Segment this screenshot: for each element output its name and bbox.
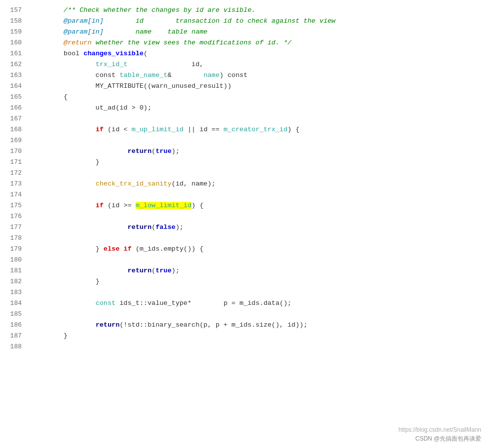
line-content: trx_id_t id, [30, 59, 496, 70]
line-content: return(!std::binary_search(p, p + m_ids.… [30, 320, 496, 331]
line-number: 172 [0, 168, 30, 179]
line-number: 169 [0, 135, 30, 146]
token: const [32, 72, 119, 79]
line-number: 183 [0, 287, 30, 298]
token: if [96, 126, 104, 133]
code-line: 178 [0, 233, 496, 244]
line-number: 181 [0, 265, 30, 276]
code-line: 183 [0, 287, 496, 298]
code-line: 167 [0, 113, 496, 124]
code-line: 182 } [0, 276, 496, 287]
token [32, 61, 96, 68]
code-line: 165 { [0, 92, 496, 103]
line-number: 176 [0, 211, 30, 222]
line-content: @return whether the view sees the modifi… [30, 37, 496, 48]
line-number: 182 [0, 276, 30, 287]
line-content: /** Check whether the changes by id are … [30, 5, 496, 16]
code-line: 163 const table_name_t& name) const [0, 70, 496, 81]
token: bool [32, 50, 83, 57]
token: name table name [104, 28, 208, 36]
line-content [30, 211, 496, 222]
code-container: 157 /** Check whether the changes by id … [0, 0, 496, 448]
token: [in] [87, 17, 103, 25]
watermark: https://blog.csdn.net/SnailMann [399, 426, 481, 433]
token: table_name_t [119, 72, 167, 79]
line-number: 173 [0, 179, 30, 189]
code-line: 174 [0, 189, 496, 200]
token [32, 39, 64, 46]
token: id, [127, 61, 203, 68]
code-line: 181 return(true); [0, 265, 496, 276]
line-number: 157 [0, 5, 30, 16]
line-content [30, 189, 496, 200]
line-number: 170 [0, 146, 30, 157]
line-number: 160 [0, 37, 30, 48]
token [32, 224, 127, 231]
line-content: bool changes_visible( [30, 48, 496, 59]
line-content [30, 233, 496, 244]
line-number: 159 [0, 27, 30, 37]
token [32, 126, 96, 133]
token [32, 148, 127, 155]
line-content [30, 309, 496, 320]
token: } [32, 332, 68, 339]
code-line: 170 return(true); [0, 146, 496, 157]
line-content: return(true); [30, 265, 496, 276]
token [32, 17, 64, 25]
line-content: const table_name_t& name) const [30, 70, 496, 81]
line-content [30, 341, 496, 352]
token: } [32, 245, 104, 253]
code-lines: 157 /** Check whether the changes by id … [0, 5, 496, 352]
code-line: 161 bool changes_visible( [0, 48, 496, 59]
token [32, 202, 96, 209]
code-line: 186 return(!std::binary_search(p, p + m_… [0, 320, 496, 331]
code-line: 166 ut_ad(id > 0); [0, 103, 496, 113]
line-content: check_trx_id_sanity(id, name); [30, 179, 496, 189]
line-number: 184 [0, 298, 30, 309]
code-line: 185 [0, 309, 496, 320]
line-content: } [30, 331, 496, 341]
line-content: } else if (m_ids.empty()) { [30, 244, 496, 255]
line-number: 168 [0, 124, 30, 135]
line-number: 178 [0, 233, 30, 244]
line-number: 163 [0, 70, 30, 81]
token: } [32, 158, 100, 166]
token: @return [64, 39, 92, 46]
line-content: return(false); [30, 222, 496, 233]
line-content [30, 287, 496, 298]
line-number: 167 [0, 113, 30, 124]
line-number: 187 [0, 331, 30, 341]
token: ( [152, 267, 155, 274]
token: name [203, 72, 219, 79]
token: (m_ids.empty()) { [132, 245, 204, 253]
line-content: const ids_t::value_type* p = m_ids.data(… [30, 298, 496, 309]
token: true [155, 148, 171, 155]
token [32, 267, 127, 274]
token: ( [144, 50, 148, 57]
code-line: 177 return(false); [0, 222, 496, 233]
line-content: } [30, 157, 496, 168]
line-number: 174 [0, 189, 30, 200]
line-number: 158 [0, 16, 30, 27]
code-line: 176 [0, 211, 496, 222]
token: m_creator_trx_id [224, 126, 288, 133]
token: /** Check whether the changes by id are … [32, 6, 256, 14]
token: m_low_limit_id [136, 202, 191, 209]
code-line: 158 @param[in] id transaction id to chec… [0, 16, 496, 27]
token: MY_ATTRIBUTE((warn_unused_result)) [32, 82, 231, 90]
token: (id < [104, 126, 132, 133]
code-line: 157 /** Check whether the changes by id … [0, 5, 496, 16]
token: whether the view sees the modifications … [92, 39, 292, 46]
line-number: 177 [0, 222, 30, 233]
token [32, 299, 96, 307]
token: ) { [191, 202, 203, 209]
line-number: 179 [0, 244, 30, 255]
line-content: @param[in] id transaction id to check ag… [30, 16, 496, 27]
line-content: MY_ATTRIBUTE((warn_unused_result)) [30, 81, 496, 92]
token: false [155, 224, 176, 231]
line-number: 185 [0, 309, 30, 320]
code-line: 172 [0, 168, 496, 179]
line-content: ut_ad(id > 0); [30, 103, 496, 113]
token: (!std::binary_search(p, p + m_ids.size()… [119, 321, 307, 329]
line-number: 171 [0, 157, 30, 168]
